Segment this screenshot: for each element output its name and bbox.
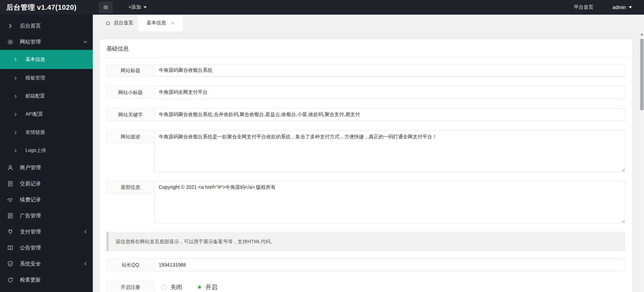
document-icon: [7, 180, 14, 187]
user-menu[interactable]: admin: [613, 5, 632, 10]
sidebar-item-label: 广告管理: [20, 213, 41, 219]
platform-home-link[interactable]: 平台首页: [574, 4, 593, 10]
main-area: 后台首页 基本信息 × 基础信息 网站标题 网站: [93, 15, 644, 292]
radio-option-label: 关闭: [170, 283, 182, 291]
caret-down-icon: [143, 6, 147, 8]
form-row-site-subtitle: 网站小标题: [106, 86, 625, 99]
topbar-right: 平台首页 admin: [574, 4, 644, 10]
sidebar-subitem-api-config[interactable]: API配置: [0, 105, 93, 123]
chevron-right-icon: [7, 23, 14, 29]
sidebar-subitem-basic-info[interactable]: 基本信息: [0, 50, 93, 69]
sidebar-subitem-template-management[interactable]: 模板管理: [0, 69, 93, 87]
sidebar-item-label: 系统安全: [20, 261, 41, 267]
form-row-register-switch: 开启注册 关闭 开启: [106, 281, 625, 292]
sidebar-item-renewal-records[interactable]: 续费记录: [0, 192, 93, 208]
tab-label: 后台首页: [114, 20, 133, 26]
sidebar-item-check-updates[interactable]: 检查更新: [0, 272, 93, 288]
triangle-up-icon: [641, 33, 643, 35]
form-row-site-keywords: 网站关键字: [106, 108, 625, 121]
chevron-left-icon: [83, 261, 88, 266]
close-icon[interactable]: ×: [171, 20, 174, 26]
sidebar-item-announcement-management[interactable]: 公告管理: [0, 240, 93, 256]
sidebar-item-label: 交易记录: [20, 180, 41, 187]
chevron-right-icon: [13, 148, 18, 153]
chevron-right-icon: [13, 57, 18, 62]
content-area: 基础信息 网站标题 网站小标题 网站关键字: [93, 31, 644, 292]
username: admin: [613, 5, 626, 10]
sidebar-subitem-label: 友情链接: [25, 129, 45, 136]
sidebar-item-payment-management[interactable]: 支付管理: [0, 224, 93, 240]
gear-icon: [7, 39, 14, 45]
sidebar-item-merchant-management[interactable]: 商户管理: [0, 160, 93, 176]
tab-bar: 后台首页 基本信息 ×: [93, 15, 644, 31]
radio-option-open[interactable]: 开启: [197, 283, 217, 291]
site-title-input[interactable]: [154, 64, 625, 77]
chevron-right-icon: [13, 130, 18, 135]
sidebar-item-label: 网站管理: [20, 39, 41, 45]
caret-down-icon: [629, 6, 632, 8]
sidebar-subitem-label: 基本信息: [25, 56, 45, 63]
footer-note: 该信息将在网站首页底部显示，可以用于展示备案号等，支持HTML代码。: [106, 232, 625, 251]
update-icon: [7, 277, 14, 283]
sidebar-item-label: 检查更新: [20, 277, 41, 283]
book-icon: [7, 245, 14, 251]
form-row-webmaster-qq: 站长QQ: [106, 259, 625, 271]
sidebar-subitem-label: 模板管理: [25, 75, 45, 81]
sidebar-item-label: 后台首页: [20, 23, 41, 29]
plug-icon: [7, 229, 14, 235]
sidebar-subitem-label: Logo上传: [25, 147, 46, 154]
chevron-down-icon: [83, 39, 88, 45]
handshake-icon: [7, 197, 14, 203]
sidebar-subitem-logo-upload[interactable]: Logo上传: [0, 141, 93, 160]
section-title: 基础信息: [100, 39, 632, 57]
sidebar-item-ad-management[interactable]: 广告管理: [0, 208, 93, 224]
shield-check-icon: [7, 261, 14, 267]
radio-option-label: 开启: [205, 283, 217, 291]
radio-checked-icon: [197, 284, 202, 290]
sidebar-subitem-email-config[interactable]: 邮箱配置: [0, 87, 93, 105]
basic-info-panel: 基础信息 网站标题 网站小标题 网站关键字: [100, 39, 632, 292]
sidebar-item-transaction-records[interactable]: 交易记录: [0, 176, 93, 192]
sidebar-submenu: 基本信息 模板管理 邮箱配置 API配置 友情链接: [0, 50, 93, 160]
sidebar-item-dashboard[interactable]: 后台首页: [0, 18, 93, 34]
hamburger-icon: [103, 4, 109, 10]
site-description-textarea[interactable]: [154, 130, 625, 172]
admin-app: 后台管理 v1.47(1020) +添加 平台首页 admin 后台首页 网站管: [0, 0, 644, 292]
sidebar-subitem-label: API配置: [25, 111, 43, 117]
sidebar: 后台首页 网站管理 基本信息 模板管理 邮箱配置: [0, 15, 93, 292]
site-subtitle-input[interactable]: [154, 86, 625, 99]
radio-option-closed[interactable]: 关闭: [162, 283, 182, 291]
footer-info-textarea[interactable]: [154, 181, 625, 223]
basic-info-form: 网站标题 网站小标题 网站关键字 网站描述: [100, 57, 632, 292]
site-keywords-input[interactable]: [154, 108, 625, 121]
chevron-left-icon: [83, 229, 88, 234]
user-icon: [7, 164, 14, 171]
sidebar-subitem-friend-links[interactable]: 友情链接: [0, 123, 93, 141]
chevron-right-icon: [13, 112, 18, 117]
sidebar-item-system-security[interactable]: 系统安全: [0, 256, 93, 272]
chevron-right-icon: [13, 76, 18, 80]
sidebar-item-label: 支付管理: [20, 229, 41, 235]
menu-toggle-button[interactable]: [99, 1, 113, 13]
site-title-label: 网站标题: [106, 64, 155, 77]
sidebar-item-site-management[interactable]: 网站管理: [0, 34, 93, 50]
scroll-up-button[interactable]: [639, 31, 644, 37]
sidebar-item-label: 公告管理: [20, 245, 41, 251]
chevron-right-icon: [13, 94, 18, 99]
webmaster-qq-input[interactable]: [154, 259, 625, 271]
scrollbar-thumb[interactable]: [640, 39, 644, 110]
sidebar-subitem-label: 邮箱配置: [25, 93, 45, 99]
scrollbar: [639, 31, 644, 292]
site-description-label: 网站描述: [106, 130, 155, 143]
form-row-site-description: 网站描述: [106, 130, 625, 172]
add-menu-button[interactable]: +添加: [128, 4, 147, 10]
tab-label: 基本信息: [147, 20, 166, 26]
register-switch-label: 开启注册: [106, 281, 155, 292]
form-row-site-title: 网站标题: [106, 64, 625, 77]
tab-dashboard[interactable]: 后台首页: [100, 15, 138, 31]
radio-unchecked-icon: [162, 284, 167, 290]
tab-basic-info[interactable]: 基本信息 ×: [138, 15, 183, 31]
add-menu-label: +添加: [128, 4, 141, 10]
topbar: 后台管理 v1.47(1020) +添加 平台首页 admin: [0, 0, 644, 15]
footer-info-label: 底部信息: [106, 181, 155, 193]
